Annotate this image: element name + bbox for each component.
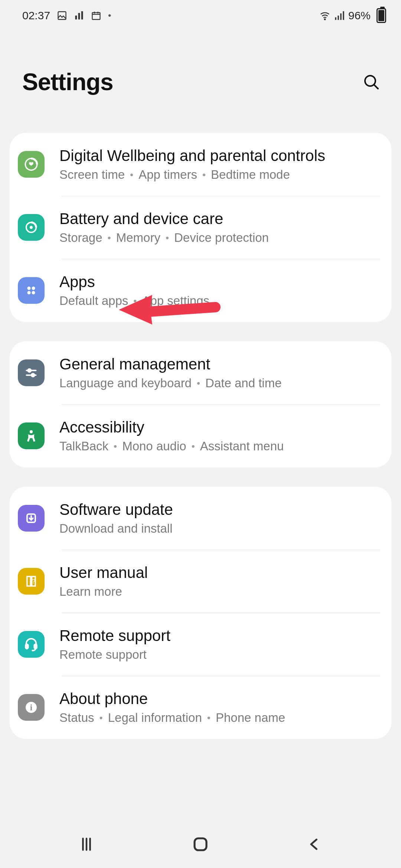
navigation-bar xyxy=(0,827,401,868)
recents-button[interactable] xyxy=(72,833,101,855)
back-button[interactable] xyxy=(300,833,329,855)
row-subtitle: Screen time• App timers• Bedtime mode xyxy=(59,168,325,182)
row-title: Software update xyxy=(59,501,173,519)
recents-icon xyxy=(78,836,95,853)
row-subtitle: Status• Legal information• Phone name xyxy=(59,711,285,725)
battery-percent: 96% xyxy=(348,9,371,22)
wellbeing-icon xyxy=(18,151,45,178)
svg-point-14 xyxy=(27,287,31,290)
row-subtitle: Remote support xyxy=(59,648,170,662)
svg-rect-23 xyxy=(26,644,28,649)
row-subtitle: Learn more xyxy=(59,585,148,599)
svg-point-13 xyxy=(30,226,33,229)
about-phone-icon: i xyxy=(18,694,45,721)
settings-row-remote-support[interactable]: Remote support Remote support xyxy=(10,613,391,676)
search-button[interactable] xyxy=(360,71,382,93)
settings-row-apps[interactable]: Apps Default apps• App settings xyxy=(10,259,391,322)
row-subtitle: TalkBack• Mono audio• Assistant menu xyxy=(59,439,284,453)
row-subtitle: Language and keyboard• Date and time xyxy=(59,376,282,390)
svg-rect-1 xyxy=(75,16,77,20)
row-title: General management xyxy=(59,355,282,373)
page-header: Settings xyxy=(0,27,401,133)
settings-row-general-management[interactable]: General management Language and keyboard… xyxy=(10,341,391,404)
row-title: User manual xyxy=(59,564,148,582)
wifi-icon xyxy=(319,10,330,21)
svg-point-20 xyxy=(30,430,33,433)
svg-rect-3 xyxy=(81,11,83,19)
battery-icon xyxy=(376,8,386,23)
chart-icon xyxy=(74,10,84,21)
row-title: Battery and device care xyxy=(59,210,269,228)
svg-point-19 xyxy=(32,374,35,377)
settings-row-digital-wellbeing[interactable]: Digital Wellbeing and parental controls … xyxy=(10,133,391,196)
settings-row-about-phone[interactable]: i About phone Status• Legal information•… xyxy=(10,676,391,739)
row-title: Apps xyxy=(59,273,209,291)
settings-row-accessibility[interactable]: Accessibility TalkBack• Mono audio• Assi… xyxy=(10,404,391,467)
status-bar: 02:37 • 96% xyxy=(0,0,401,27)
user-manual-icon: ? xyxy=(18,568,45,595)
status-time: 02:37 xyxy=(22,9,50,22)
apps-icon xyxy=(18,277,45,304)
row-title: Digital Wellbeing and parental controls xyxy=(59,147,325,165)
settings-row-user-manual[interactable]: ? User manual Learn more xyxy=(10,550,391,613)
page-title: Settings xyxy=(22,68,113,96)
home-button[interactable] xyxy=(186,833,215,855)
svg-text:i: i xyxy=(30,703,33,712)
svg-rect-8 xyxy=(340,13,342,20)
software-update-icon xyxy=(18,505,45,532)
signal-icon xyxy=(334,10,345,21)
row-subtitle: Download and install xyxy=(59,522,173,536)
svg-point-18 xyxy=(28,369,31,372)
svg-rect-24 xyxy=(34,644,37,649)
svg-rect-7 xyxy=(338,16,339,20)
svg-point-16 xyxy=(27,291,31,295)
svg-rect-4 xyxy=(92,13,100,20)
remote-support-icon xyxy=(18,631,45,658)
row-title: Remote support xyxy=(59,627,170,645)
search-icon xyxy=(362,73,380,91)
back-icon xyxy=(306,836,323,852)
svg-rect-2 xyxy=(78,13,80,20)
home-icon xyxy=(192,835,209,853)
settings-group: General management Language and keyboard… xyxy=(10,341,391,467)
settings-group: Software update Download and install ? U… xyxy=(10,487,391,739)
picture-icon xyxy=(57,10,67,21)
settings-row-device-care[interactable]: Battery and device care Storage• Memory•… xyxy=(10,196,391,259)
row-subtitle: Storage• Memory• Device protection xyxy=(59,231,269,245)
row-title: Accessibility xyxy=(59,418,284,436)
svg-point-17 xyxy=(32,291,35,295)
row-subtitle: Default apps• App settings xyxy=(59,294,209,308)
settings-group: Digital Wellbeing and parental controls … xyxy=(10,133,391,322)
calendar-icon xyxy=(91,10,101,21)
svg-rect-0 xyxy=(58,12,66,20)
accessibility-icon xyxy=(18,423,45,449)
svg-point-5 xyxy=(325,19,326,20)
more-notifications-dot: • xyxy=(108,10,111,21)
general-management-icon xyxy=(18,359,45,386)
device-care-icon xyxy=(18,214,45,241)
svg-rect-9 xyxy=(343,11,344,20)
svg-rect-6 xyxy=(335,17,336,20)
svg-rect-29 xyxy=(195,838,206,850)
svg-text:?: ? xyxy=(32,578,35,585)
row-title: About phone xyxy=(59,690,285,708)
svg-point-15 xyxy=(32,287,35,290)
settings-row-software-update[interactable]: Software update Download and install xyxy=(10,487,391,550)
